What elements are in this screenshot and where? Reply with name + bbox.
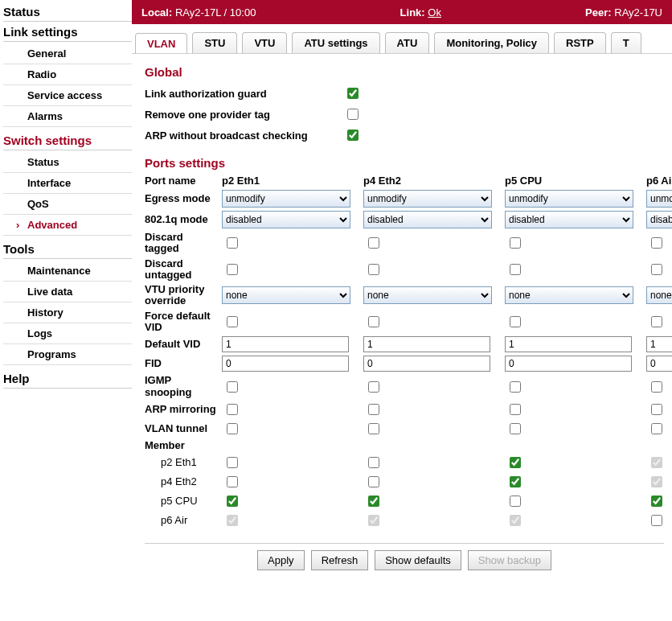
ports-check-14-1[interactable] bbox=[368, 496, 379, 507]
sidebar-item-interface[interactable]: Interface bbox=[3, 173, 132, 194]
apply-button[interactable]: Apply bbox=[257, 550, 305, 570]
tab-stu[interactable]: STU bbox=[192, 32, 237, 53]
ports-input-7-3[interactable] bbox=[646, 356, 672, 372]
ports-check-9-0[interactable] bbox=[227, 404, 238, 415]
ports-check-12-3 bbox=[651, 457, 662, 468]
ports-select-4-2[interactable]: none bbox=[505, 286, 633, 304]
ports-input-7-2[interactable] bbox=[505, 356, 632, 372]
sidebar-item-advanced[interactable]: Advanced bbox=[3, 215, 132, 236]
sidebar-group-help[interactable]: Help bbox=[3, 370, 132, 389]
ports-row-label-2: Discard tagged bbox=[145, 232, 217, 255]
show-backup-button[interactable]: Show backup bbox=[468, 550, 551, 570]
sidebar-group-status[interactable]: Status bbox=[3, 3, 132, 22]
sidebar-item-qos[interactable]: QoS bbox=[3, 194, 132, 215]
ports-select-4-1[interactable]: none bbox=[363, 286, 492, 304]
link-status-link[interactable]: Ok bbox=[428, 6, 441, 19]
refresh-button[interactable]: Refresh bbox=[311, 550, 369, 570]
ports-select-0-3[interactable]: unmod bbox=[646, 190, 672, 208]
ports-check-13-2[interactable] bbox=[510, 476, 521, 487]
ports-select-0-0[interactable]: unmodify bbox=[222, 190, 350, 208]
ports-check-10-1[interactable] bbox=[368, 423, 379, 434]
sidebar-item-radio[interactable]: Radio bbox=[3, 64, 132, 85]
ports-check-5-1[interactable] bbox=[368, 316, 379, 327]
ports-check-3-2[interactable] bbox=[510, 264, 521, 275]
tab-atu[interactable]: ATU bbox=[385, 32, 430, 53]
sidebar-item-history[interactable]: History bbox=[3, 302, 132, 323]
sidebar-group-switch-settings[interactable]: Switch settings bbox=[3, 132, 132, 150]
ports-check-2-0[interactable] bbox=[227, 237, 238, 249]
ports-check-13-0[interactable] bbox=[227, 476, 238, 487]
ports-check-12-0[interactable] bbox=[227, 457, 238, 468]
ports-input-6-2[interactable] bbox=[505, 336, 632, 352]
ports-select-1-0[interactable]: disabled bbox=[222, 211, 350, 228]
ports-input-6-0[interactable] bbox=[222, 336, 349, 352]
ports-check-14-2[interactable] bbox=[510, 496, 521, 507]
ports-check-5-3[interactable] bbox=[651, 316, 662, 327]
ports-check-12-2[interactable] bbox=[510, 457, 521, 468]
global-checkbox-0[interactable] bbox=[347, 88, 359, 99]
ports-input-6-1[interactable] bbox=[363, 336, 490, 352]
ports-check-9-3[interactable] bbox=[651, 404, 662, 415]
sidebar-item-status[interactable]: Status bbox=[3, 152, 132, 173]
ports-check-5-0[interactable] bbox=[227, 316, 238, 327]
sidebar-group-tools[interactable]: Tools bbox=[3, 241, 132, 259]
tab-atu-settings[interactable]: ATU settings bbox=[292, 32, 379, 53]
ports-select-4-3[interactable]: none bbox=[646, 286, 672, 304]
ports-check-8-1[interactable] bbox=[368, 381, 379, 393]
ports-row-label-12: p2 Eth1 bbox=[145, 457, 217, 468]
ports-check-10-0[interactable] bbox=[227, 423, 238, 434]
ports-check-12-1[interactable] bbox=[368, 457, 379, 468]
ports-select-1-1[interactable]: disabled bbox=[363, 211, 492, 228]
tab-rstp[interactable]: RSTP bbox=[554, 32, 606, 53]
show-defaults-button[interactable]: Show defaults bbox=[375, 550, 461, 570]
ports-input-7-0[interactable] bbox=[222, 356, 349, 372]
ports-check-10-2[interactable] bbox=[510, 423, 521, 434]
ports-check-3-3[interactable] bbox=[651, 264, 662, 275]
ports-check-14-0[interactable] bbox=[227, 496, 238, 507]
sidebar-item-programs[interactable]: Programs bbox=[3, 344, 132, 365]
ports-row-label-13: p4 Eth2 bbox=[145, 476, 217, 487]
ports-row-label-8: IGMP snooping bbox=[145, 375, 217, 398]
ports-header-col-1: p4 Eth2 bbox=[363, 175, 500, 187]
sidebar-item-live-data[interactable]: Live data bbox=[3, 282, 132, 302]
ports-check-15-0 bbox=[227, 515, 238, 526]
ports-check-15-2 bbox=[510, 515, 521, 526]
ports-check-8-3[interactable] bbox=[651, 381, 662, 393]
ports-check-5-2[interactable] bbox=[510, 316, 521, 327]
sidebar-item-alarms[interactable]: Alarms bbox=[3, 106, 132, 127]
ports-check-9-1[interactable] bbox=[368, 404, 379, 415]
ports-check-3-1[interactable] bbox=[368, 264, 379, 275]
tab-monitoring-policy[interactable]: Monitoring, Policy bbox=[434, 32, 549, 53]
ports-check-10-3[interactable] bbox=[651, 423, 662, 434]
sidebar-item-logs[interactable]: Logs bbox=[3, 323, 132, 344]
sidebar-item-service-access[interactable]: Service access bbox=[3, 85, 132, 106]
ports-select-0-2[interactable]: unmodify bbox=[505, 190, 633, 208]
ports-check-2-2[interactable] bbox=[510, 237, 521, 249]
action-bar: Apply Refresh Show defaults Show backup bbox=[145, 543, 664, 578]
tab-vlan[interactable]: VLAN bbox=[135, 33, 187, 54]
global-checkbox-1[interactable] bbox=[347, 109, 359, 120]
ports-check-15-1 bbox=[368, 515, 379, 526]
sidebar-item-general[interactable]: General bbox=[3, 43, 132, 64]
ports-check-15-3[interactable] bbox=[651, 515, 662, 526]
ports-check-8-0[interactable] bbox=[227, 381, 238, 393]
top-status-bar: Local: RAy2-17L / 10:00 Link: Ok Peer: R… bbox=[132, 0, 672, 24]
global-checkbox-2[interactable] bbox=[347, 130, 359, 141]
ports-select-0-1[interactable]: unmodify bbox=[363, 190, 492, 208]
ports-select-1-3[interactable]: disable bbox=[646, 211, 672, 228]
ports-check-3-0[interactable] bbox=[227, 264, 238, 275]
ports-input-6-3[interactable] bbox=[646, 336, 672, 352]
ports-select-1-2[interactable]: disabled bbox=[505, 211, 633, 228]
ports-check-8-2[interactable] bbox=[510, 381, 521, 393]
sidebar-group-link-settings[interactable]: Link settings bbox=[3, 23, 132, 42]
sidebar-item-maintenance[interactable]: Maintenance bbox=[3, 261, 132, 282]
ports-select-4-0[interactable]: none bbox=[222, 286, 350, 304]
ports-check-14-3[interactable] bbox=[651, 496, 662, 507]
tab-vtu[interactable]: VTU bbox=[242, 32, 287, 53]
ports-check-2-3[interactable] bbox=[651, 237, 662, 249]
ports-check-2-1[interactable] bbox=[368, 237, 379, 249]
ports-check-9-2[interactable] bbox=[510, 404, 521, 415]
ports-check-13-1[interactable] bbox=[368, 476, 379, 487]
tab-t[interactable]: T bbox=[611, 32, 641, 53]
ports-input-7-1[interactable] bbox=[363, 356, 490, 372]
